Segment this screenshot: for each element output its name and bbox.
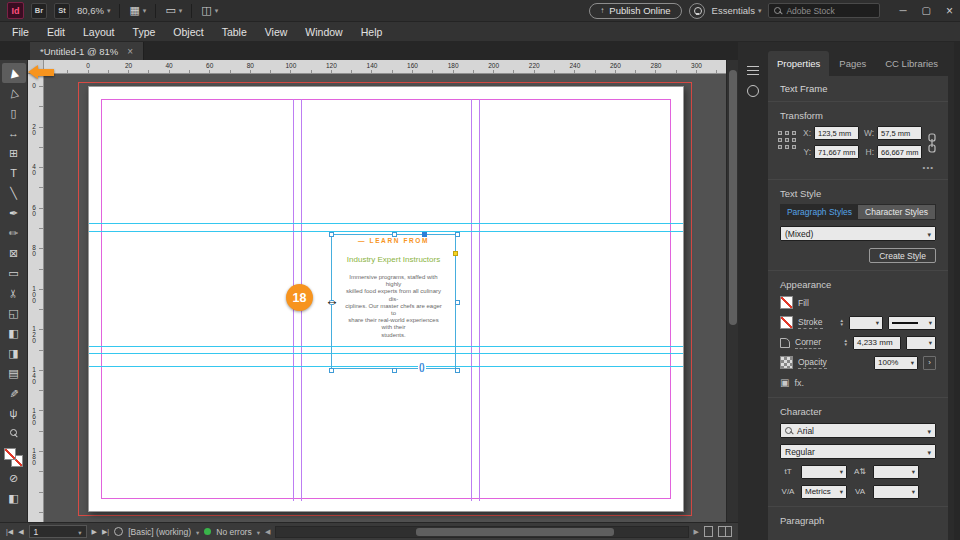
- stroke-swatch-none[interactable]: [780, 316, 793, 329]
- next-page-button[interactable]: [92, 528, 97, 536]
- screen-mode-button[interactable]: ◧: [2, 488, 26, 508]
- eyedropper-tool[interactable]: ✎: [2, 383, 26, 403]
- text-out-port[interactable]: (): [418, 362, 426, 372]
- panel-menu-icon[interactable]: [747, 66, 759, 75]
- font-size-dropdown[interactable]: [801, 465, 847, 479]
- menu-item-edit[interactable]: Edit: [38, 26, 74, 38]
- paragraph-style-dropdown[interactable]: (Mixed): [780, 226, 936, 241]
- menu-item-layout[interactable]: Layout: [74, 26, 124, 38]
- selection-handle[interactable]: [455, 300, 460, 305]
- adobe-stock-search[interactable]: [768, 3, 880, 18]
- spread-view-icon[interactable]: [718, 526, 732, 537]
- width-field[interactable]: 57,5 mm: [877, 126, 922, 140]
- workspace-switcher[interactable]: Essentials: [712, 5, 762, 16]
- document-page[interactable]: — LEARN FROM Industry Expert Instructors…: [88, 86, 684, 512]
- fill-swatch-none[interactable]: [780, 296, 793, 309]
- menu-item-table[interactable]: Table: [213, 26, 256, 38]
- gradient-swatch-tool[interactable]: ◧: [2, 323, 26, 343]
- pasteboard[interactable]: — LEARN FROM Industry Expert Instructors…: [44, 74, 726, 522]
- single-page-view-icon[interactable]: [704, 526, 713, 537]
- kerning-dropdown[interactable]: [873, 485, 919, 499]
- pen-tool[interactable]: ✒: [2, 203, 26, 223]
- selection-handle[interactable]: [455, 232, 460, 237]
- panel-tab-properties[interactable]: Properties: [768, 51, 829, 76]
- selection-handle[interactable]: [392, 232, 397, 237]
- minimize-button[interactable]: ─: [899, 6, 906, 16]
- view-options-dropdown[interactable]: ▦: [129, 4, 146, 17]
- fill-stroke-swatches[interactable]: [4, 448, 24, 468]
- direct-selection-tool[interactable]: ▷: [2, 83, 26, 103]
- stock-search-input[interactable]: [786, 6, 866, 16]
- type-tool[interactable]: T: [2, 163, 26, 183]
- height-field[interactable]: 66,667 mm: [877, 145, 922, 159]
- font-style-dropdown[interactable]: Regular: [780, 444, 936, 459]
- constrain-proportions-icon[interactable]: [927, 133, 937, 153]
- horizontal-scrollbar-thumb[interactable]: [416, 528, 613, 536]
- first-page-button[interactable]: [6, 528, 13, 536]
- screen-mode-dropdown[interactable]: ▭: [165, 4, 182, 17]
- stroke-weight-stepper[interactable]: ▲▼: [840, 319, 844, 327]
- more-options-icon[interactable]: [923, 163, 934, 172]
- fill-swatch[interactable]: [4, 448, 16, 460]
- selection-handle[interactable]: [455, 368, 460, 373]
- rectangle-frame-tool[interactable]: ⊠: [2, 243, 26, 263]
- opacity-more-button[interactable]: ›: [923, 356, 936, 370]
- frame-fitting-icon[interactable]: ▣: [780, 377, 789, 388]
- leading-dropdown[interactable]: [873, 465, 919, 479]
- text-thread-in-port[interactable]: [422, 232, 427, 237]
- preflight-status-label[interactable]: No errors: [216, 527, 251, 537]
- corner-radius-field[interactable]: 4,233 mm: [853, 336, 901, 350]
- tracking-dropdown[interactable]: Metrics: [801, 485, 847, 499]
- document-tab[interactable]: *Untitled-1 @ 81%: [30, 42, 144, 60]
- sync-status-icon[interactable]: [747, 85, 759, 97]
- reference-point-grid[interactable]: [778, 131, 796, 149]
- line-tool[interactable]: ╲: [2, 183, 26, 203]
- corner-link[interactable]: Corner: [795, 337, 821, 349]
- opacity-dropdown[interactable]: 100%: [874, 356, 918, 370]
- free-transform-tool[interactable]: ◱: [2, 303, 26, 323]
- stroke-link[interactable]: Stroke: [798, 317, 823, 329]
- previous-page-button[interactable]: [18, 528, 23, 536]
- selection-handle[interactable]: [329, 232, 334, 237]
- rectangle-tool[interactable]: ▭: [2, 263, 26, 283]
- selected-text-frame[interactable]: — LEARN FROM Industry Expert Instructors…: [331, 234, 456, 369]
- corner-shape-dropdown[interactable]: [906, 336, 936, 350]
- pencil-tool[interactable]: ✏: [2, 223, 26, 243]
- content-collector-tool[interactable]: ⊞: [2, 143, 26, 163]
- close-button[interactable]: ×: [946, 6, 953, 16]
- menu-item-help[interactable]: Help: [352, 26, 392, 38]
- create-style-button[interactable]: Create Style: [869, 248, 936, 263]
- selection-tool[interactable]: ▶: [2, 63, 26, 83]
- chevron-down-icon[interactable]: [257, 527, 260, 537]
- gap-tool[interactable]: ↔: [2, 123, 26, 143]
- preflight-profile-label[interactable]: [Basic] (working): [128, 527, 191, 537]
- effects-icon[interactable]: fx.: [794, 378, 804, 388]
- corner-radius-stepper[interactable]: ▲▼: [844, 339, 848, 347]
- x-position-field[interactable]: 123,5 mm: [814, 126, 859, 140]
- corner-edit-handle[interactable]: [453, 251, 458, 256]
- font-family-dropdown[interactable]: Arial: [780, 423, 936, 438]
- page-number-dropdown[interactable]: 1: [29, 525, 87, 538]
- panel-tab-pages[interactable]: Pages: [830, 51, 875, 76]
- vertical-ruler[interactable]: 02 04 06 08 01 0 01 2 01 4 01 6 01 8 0: [28, 74, 44, 522]
- scissors-tool[interactable]: ✂: [2, 283, 26, 303]
- note-tool[interactable]: ▤: [2, 363, 26, 383]
- paragraph-styles-tab[interactable]: Paragraph Styles: [781, 205, 858, 219]
- arrange-documents-dropdown[interactable]: ◫: [201, 4, 218, 17]
- stroke-weight-dropdown[interactable]: [849, 316, 883, 330]
- scroll-left-arrow[interactable]: ◀: [265, 528, 270, 536]
- y-position-field[interactable]: 71,667 mm: [814, 145, 859, 159]
- zoom-tool[interactable]: [2, 423, 26, 443]
- last-page-button[interactable]: [102, 528, 109, 536]
- menu-item-view[interactable]: View: [256, 26, 297, 38]
- bridge-icon[interactable]: Br: [31, 3, 47, 19]
- hand-tool[interactable]: ψ: [2, 403, 26, 423]
- chevron-down-icon[interactable]: [196, 527, 199, 537]
- maximize-button[interactable]: ▢: [922, 6, 931, 16]
- panel-tab-cc-libraries[interactable]: CC Libraries: [876, 51, 947, 76]
- stroke-style-dropdown[interactable]: [888, 316, 936, 330]
- opacity-link[interactable]: Opacity: [798, 357, 827, 369]
- publish-online-button[interactable]: ↑ Publish Online: [589, 3, 681, 19]
- apply-none-button[interactable]: ⊘: [2, 468, 26, 488]
- menu-item-type[interactable]: Type: [124, 26, 165, 38]
